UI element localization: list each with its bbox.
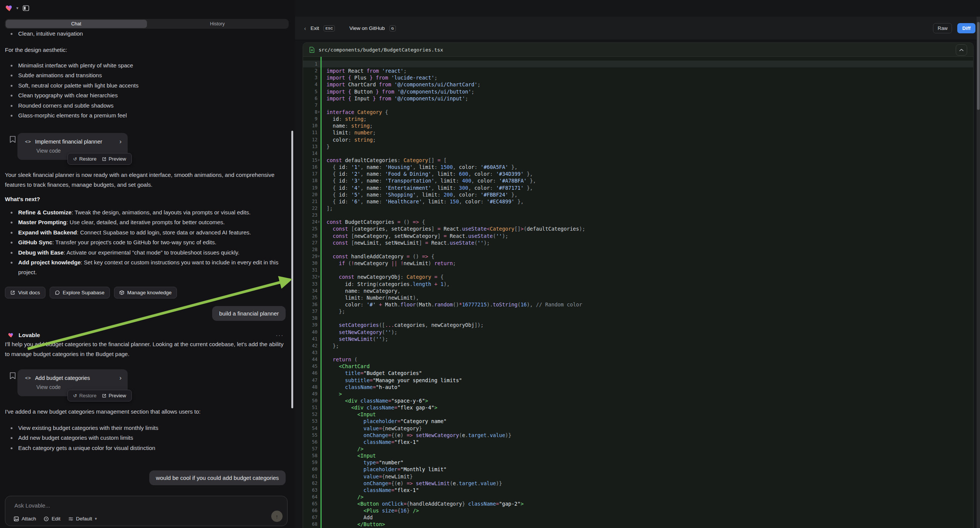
restore-preview-bar: ↺Restore Preview: [67, 390, 132, 401]
code-line: 61 value={newLimit}: [303, 473, 973, 480]
code-line: 38: [303, 315, 973, 321]
fold-chevron-icon[interactable]: ∨: [318, 254, 320, 258]
list-item: Glass-morphic elements for a premium fee…: [5, 111, 287, 121]
code-line: 67 Add: [303, 514, 973, 521]
code-line: 49 >: [303, 391, 973, 397]
chat-scrollbar-thumb[interactable]: [291, 131, 293, 408]
code-line: 50 <div className="space-y-6">: [303, 397, 973, 404]
external-link-icon: [102, 394, 107, 398]
edit-button[interactable]: Edit: [44, 516, 60, 522]
bookmark-icon[interactable]: [10, 135, 16, 143]
code-line: 14: [303, 150, 973, 157]
prompt-input-box[interactable]: Ask Lovable... Attach Edit Default▾ ↑: [5, 496, 288, 526]
code-line: 58 <Input: [303, 452, 973, 459]
code-line: 9 id: string;: [303, 116, 973, 122]
code-line: 43: [303, 349, 973, 356]
code-line: 24∨const BudgetCategories = () => {: [303, 219, 973, 225]
code-line: 52 <Input: [303, 411, 973, 418]
chevron-right-icon[interactable]: ›: [119, 138, 122, 145]
list-item: Master Prompting: Use clear, detailed, a…: [5, 218, 287, 227]
code-line: 60 placeholder="Monthly limit": [303, 466, 973, 473]
tab-history[interactable]: History: [147, 20, 288, 28]
mode-select[interactable]: Default▾: [68, 516, 97, 522]
code-line: 2import React from 'react';: [303, 67, 973, 74]
view-on-github-button[interactable]: View on GitHub: [349, 25, 385, 31]
code-scrollbar-track[interactable]: [977, 17, 980, 528]
assistant-name: Lovable: [19, 332, 272, 338]
assistant-header: Lovable ···: [8, 332, 284, 338]
code-line: 48 className="h-auto": [303, 384, 973, 391]
diff-toggle-button[interactable]: Diff: [957, 23, 975, 33]
attach-button[interactable]: Attach: [14, 516, 36, 522]
send-button[interactable]: ↑: [271, 511, 283, 522]
code-line: 64 />: [303, 493, 973, 500]
restore-button[interactable]: ↺Restore: [73, 156, 97, 162]
list-item: Clean typography with clear hierarchies: [5, 91, 287, 100]
explore-supabase-button[interactable]: Explore Supabase: [49, 287, 110, 299]
restore-icon: ↺: [73, 156, 77, 162]
code-line: 45 <ChartCard: [303, 363, 973, 370]
code-line: 40 setNewCategory('');: [303, 328, 973, 335]
diff-added-gutter-bar: [320, 57, 321, 528]
code-line: 21 { id: '6', name: 'Healthcare', limit:…: [303, 198, 973, 205]
code-line: 44 return (: [303, 356, 973, 363]
message-menu-icon[interactable]: ···: [276, 332, 284, 338]
code-editor[interactable]: 12import React from 'react';3import { Pl…: [303, 57, 973, 528]
fold-chevron-icon[interactable]: ∨: [318, 158, 320, 162]
code-line: 29∨ const handleAddCategory = () => {: [303, 253, 973, 260]
code-line: 42 };: [303, 342, 973, 349]
list-item: Rounded corners and subtle shadows: [5, 101, 287, 111]
package-icon: [119, 290, 124, 295]
view-code-link[interactable]: View code: [37, 384, 128, 390]
file-header[interactable]: src/components/budget/BudgetCategories.t…: [303, 43, 973, 57]
restore-icon: ↺: [73, 393, 77, 398]
list-item: Add project knowledge: Set key context o…: [5, 258, 287, 278]
code-line: 47 subtitle="Manage your spending limits…: [303, 377, 973, 383]
code-line: 7: [303, 102, 973, 109]
preview-button[interactable]: Preview: [102, 156, 126, 162]
fold-chevron-icon[interactable]: ∨: [318, 110, 320, 114]
code-line: 63 className="flex-1": [303, 487, 973, 493]
code-icon: <>: [25, 375, 31, 381]
code-line: 1: [303, 60, 973, 67]
chevron-left-icon[interactable]: ‹: [304, 26, 306, 31]
tab-chat[interactable]: Chat: [6, 20, 147, 28]
target-icon: [44, 516, 49, 522]
code-line: 32∨ const newCategoryObj: Category = {: [303, 274, 973, 280]
list-item: Debug with Ease: Activate our experiment…: [5, 248, 287, 258]
preview-button[interactable]: Preview: [102, 393, 126, 398]
fold-chevron-icon[interactable]: ∨: [318, 220, 320, 223]
code-line: 6import { Input } from '@/components/ui/…: [303, 95, 973, 102]
chevron-right-icon[interactable]: ›: [119, 374, 122, 382]
image-icon: [14, 516, 19, 522]
prompt-placeholder: Ask Lovable...: [14, 502, 50, 509]
file-added-icon: [309, 46, 315, 53]
code-line: 12 color: string;: [303, 136, 973, 143]
list-item: Add new budget categories with custom li…: [5, 433, 287, 443]
code-line: 55 onChange={(e) => setNewCategory(e.tar…: [303, 432, 973, 439]
code-icon: <>: [25, 139, 31, 144]
code-line: 8∨interface Category {: [303, 109, 973, 116]
bookmark-icon[interactable]: [10, 372, 16, 380]
code-line: 33 id: String(categories.length + 1),: [303, 281, 973, 288]
code-line: 18 { id: '3', name: 'Transportation', li…: [303, 177, 973, 184]
code-line: 51 <div className="flex gap-4">: [303, 404, 973, 411]
code-scrollbar-thumb[interactable]: [977, 22, 980, 110]
code-line: 37 };: [303, 308, 973, 315]
exit-button[interactable]: Exit: [311, 25, 319, 31]
code-line: 13}: [303, 143, 973, 150]
whats-next-heading: What's next?: [5, 194, 287, 204]
code-line: 17 { id: '2', name: 'Food & Dining', lim…: [303, 170, 973, 177]
code-panel: ‹ Exit ESC View on GitHub G Raw Diff src…: [295, 0, 980, 528]
fold-chevron-icon[interactable]: ∨: [318, 275, 320, 278]
visit-docs-button[interactable]: Visit docs: [5, 287, 45, 299]
code-line: 10 name: string;: [303, 122, 973, 129]
restore-button[interactable]: ↺Restore: [73, 393, 97, 398]
collapse-file-button[interactable]: [956, 44, 967, 56]
manage-knowledge-button[interactable]: Manage knowledge: [114, 287, 177, 299]
user-message-bubble: would be cool if you could add budget ca…: [149, 471, 286, 485]
scroll-tail-list: Clean, intuitive navigation: [5, 29, 287, 39]
code-line: 25 const [categories, setCategories] = R…: [303, 225, 973, 232]
assistant-ready-text: Your sleek financial planner is now read…: [5, 170, 287, 190]
raw-toggle-button[interactable]: Raw: [933, 23, 952, 33]
